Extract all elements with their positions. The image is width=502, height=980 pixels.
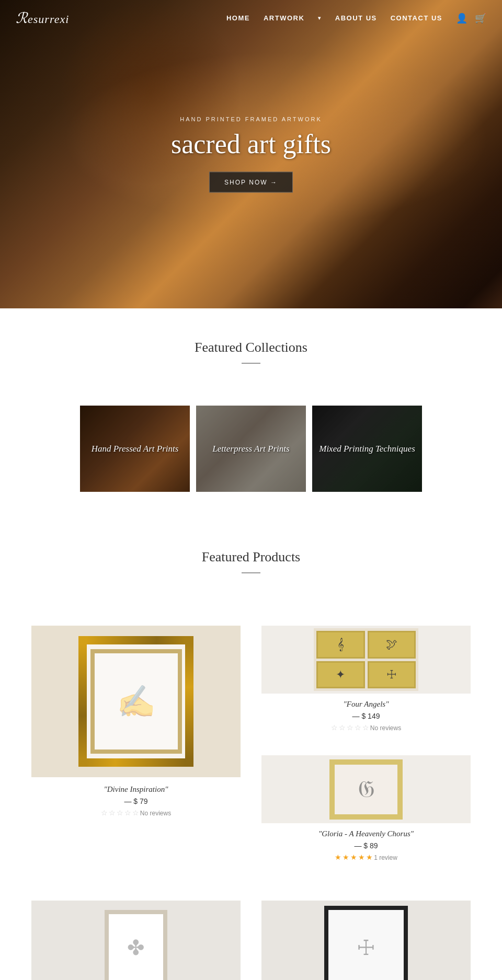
nav-home[interactable]: HOME — [226, 14, 250, 22]
product-price-angels: — $ 149 — [261, 712, 471, 720]
collection-card-3[interactable]: Mixed Printing Techniques — [312, 406, 422, 492]
product-img-bottom-right: ☩ — [261, 901, 471, 980]
collections-section: Featured Collections — [0, 308, 502, 406]
product-card-divine[interactable]: ✍ "Divine Inspiration" — $ 79 ☆ ☆ ☆ ☆ ☆ … — [21, 615, 251, 874]
collection-label-3: Mixed Printing Techniques — [318, 444, 417, 454]
products-divider — [242, 572, 260, 573]
product-price-divine: — $ 79 — [31, 797, 241, 805]
product-reviews-divine: No reviews — [140, 810, 171, 817]
product-img-bottom-left: ✤ — [31, 901, 241, 980]
product-reviews-gloria: 1 review — [374, 854, 397, 861]
navigation: HOME ARTWORK ABOUT US CONTACT US 👤 🛒 — [226, 13, 486, 24]
collections-title: Featured Collections — [16, 340, 486, 355]
collections-grid: Hand Pressed Art Prints Letterpress Art … — [0, 406, 502, 518]
products-section: Featured Products — [0, 518, 502, 615]
product-image-gloria: 𝔊 — [261, 755, 471, 823]
nav-artwork[interactable]: ARTWORK — [264, 14, 322, 22]
header: ℛesurrexi HOME ARTWORK ABOUT US CONTACT … — [0, 0, 502, 36]
star-a3: ☆ — [347, 723, 353, 732]
hero-section: HAND PRINTED FRAMED ARTWORK sacred art g… — [0, 0, 502, 308]
cart-icon[interactable]: 🛒 — [475, 13, 486, 24]
product-stars-gloria: ★ ★ ★ ★ ★ 1 review — [261, 853, 471, 862]
star-a5: ☆ — [362, 723, 369, 732]
star-a1: ☆ — [331, 723, 338, 732]
product-image-angels: 𝄞 🕊 ✦ ☩ — [261, 626, 471, 694]
star-g3: ★ — [350, 853, 357, 862]
collection-card-2[interactable]: Letterpress Art Prints — [196, 406, 306, 492]
nav-contact[interactable]: CONTACT US — [391, 14, 442, 22]
nav-about[interactable]: ABOUT US — [335, 14, 377, 22]
collections-divider — [242, 363, 260, 364]
nav-icons: 👤 🛒 — [456, 13, 486, 24]
star-g5: ★ — [366, 853, 373, 862]
bottom-frame-right: ☩ — [324, 906, 408, 980]
star-1: ☆ — [101, 809, 108, 817]
collection-label-2: Letterpress Art Prints — [202, 444, 301, 454]
product-name-angels: "Four Angels" — [261, 700, 471, 709]
star-g2: ★ — [343, 853, 349, 862]
hero-title: sacred art gifts — [171, 129, 331, 159]
collection-card-1[interactable]: Hand Pressed Art Prints — [80, 406, 190, 492]
product-art-divine: ✍ — [117, 683, 156, 720]
product-card-angels[interactable]: 𝄞 🕊 ✦ ☩ "Four Angels" — $ 149 ☆ ☆ ☆ ☆ ☆ … — [251, 615, 481, 745]
product-image-divine: ✍ — [31, 626, 241, 777]
product-bottom-left[interactable]: ✤ — [21, 895, 251, 980]
collection-label-1: Hand Pressed Art Prints — [86, 444, 185, 454]
product-price-gloria: — $ 89 — [261, 841, 471, 850]
star-4: ☆ — [124, 809, 131, 817]
hero-subtitle: HAND PRINTED FRAMED ARTWORK — [171, 116, 331, 122]
star-a2: ☆ — [339, 723, 346, 732]
products-bottom: ✤ ☩ — [0, 895, 502, 980]
star-2: ☆ — [109, 809, 116, 817]
product-frame-divine: ✍ — [78, 636, 193, 767]
product-name-divine: "Divine Inspiration" — [31, 785, 241, 794]
product-stars-divine: ☆ ☆ ☆ ☆ ☆ No reviews — [31, 809, 241, 817]
products-title: Featured Products — [16, 549, 486, 565]
product-reviews-angels: No reviews — [370, 724, 401, 732]
star-a4: ☆ — [355, 723, 361, 732]
product-card-gloria[interactable]: 𝔊 "Gloria - A Heavenly Chorus" — $ 89 ★ … — [251, 745, 481, 874]
products-grid: ✍ "Divine Inspiration" — $ 79 ☆ ☆ ☆ ☆ ☆ … — [0, 615, 502, 895]
star-5: ☆ — [132, 809, 139, 817]
product-stars-angels: ☆ ☆ ☆ ☆ ☆ No reviews — [261, 723, 471, 732]
star-g4: ★ — [358, 853, 365, 862]
product-col-right: 𝄞 🕊 ✦ ☩ "Four Angels" — $ 149 ☆ ☆ ☆ ☆ ☆ … — [251, 615, 481, 874]
product-name-gloria: "Gloria - A Heavenly Chorus" — [261, 829, 471, 838]
account-icon[interactable]: 👤 — [456, 13, 467, 24]
bottom-frame-left: ✤ — [105, 910, 167, 981]
star-g1: ★ — [335, 853, 341, 862]
product-frame-inner-divine: ✍ — [90, 649, 182, 754]
star-3: ☆ — [117, 809, 123, 817]
hero-text: HAND PRINTED FRAMED ARTWORK sacred art g… — [171, 116, 331, 193]
logo[interactable]: ℛesurrexi — [16, 9, 69, 27]
product-bottom-right[interactable]: ☩ — [251, 895, 481, 980]
shop-now-button[interactable]: SHOP NOW — [209, 172, 293, 193]
